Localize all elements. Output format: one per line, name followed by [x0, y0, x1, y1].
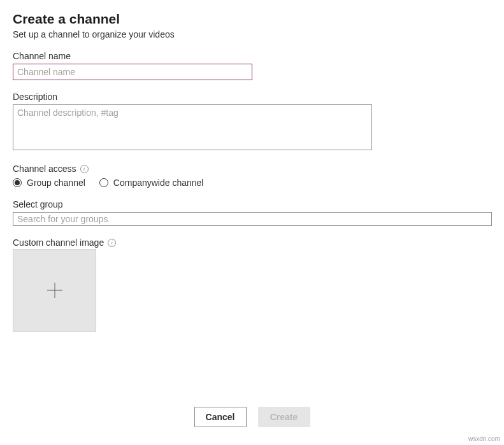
image-upload-button[interactable]: [13, 249, 96, 332]
select-group-field: Select group: [13, 199, 491, 226]
description-input[interactable]: [13, 104, 372, 150]
channel-name-label: Channel name: [13, 51, 491, 61]
plus-icon: [46, 281, 64, 299]
page-subtitle: Set up a channel to organize your videos: [13, 29, 491, 39]
channel-access-label: Channel access: [13, 164, 76, 174]
select-group-label: Select group: [13, 199, 491, 209]
cancel-button[interactable]: Cancel: [194, 407, 247, 427]
radio-dot-icon: [99, 178, 108, 187]
radio-companywide-label: Companywide channel: [113, 178, 204, 188]
create-button[interactable]: Create: [258, 407, 310, 427]
radio-dot-icon: [13, 178, 22, 187]
watermark: wsxdn.com: [468, 435, 500, 439]
channel-name-field: Channel name: [13, 51, 491, 80]
description-label: Description: [13, 92, 491, 102]
group-search-input[interactable]: [13, 212, 492, 226]
info-icon[interactable]: i: [80, 165, 89, 173]
custom-image-label: Custom channel image: [13, 237, 104, 248]
button-row: Cancel Create: [13, 407, 491, 427]
radio-group-channel[interactable]: Group channel: [13, 178, 85, 188]
description-field: Description: [13, 92, 491, 152]
custom-image-field: Custom channel image i: [13, 237, 491, 332]
info-icon[interactable]: i: [108, 239, 116, 247]
page-title: Create a channel: [13, 11, 491, 27]
channel-name-input[interactable]: [13, 64, 252, 80]
radio-group-label: Group channel: [27, 178, 85, 188]
channel-access-field: Channel access i Group channel Companywi…: [13, 164, 491, 188]
radio-companywide-channel[interactable]: Companywide channel: [99, 178, 204, 188]
